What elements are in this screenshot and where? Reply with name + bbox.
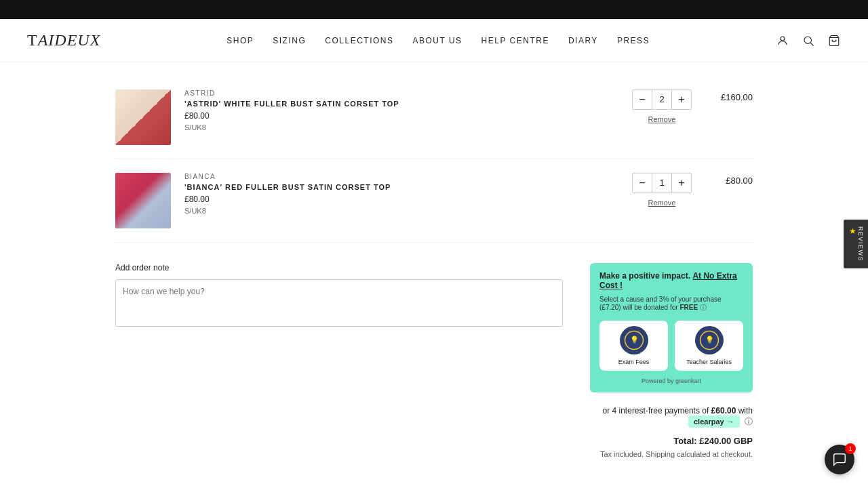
item-controls-astrid: − 2 + Remove <box>632 89 692 123</box>
clearpay-row: or 4 interest-free payments of £60.00 wi… <box>590 406 753 428</box>
account-icon[interactable] <box>776 34 789 47</box>
item-details-bianca: BIANCA 'BIANCA' RED FULLER BUST SATIN CO… <box>184 173 618 215</box>
clearpay-badge[interactable]: clearpay → <box>688 415 740 428</box>
cause-teacher-salaries[interactable]: 💡 Teacher Salaries <box>675 321 743 371</box>
clearpay-amount: £60.00 <box>711 406 736 415</box>
star-icon: ★ <box>848 226 857 259</box>
order-note-input[interactable] <box>115 279 563 327</box>
item-size-bianca: S/UK8 <box>184 207 618 215</box>
item-total-astrid: £160.00 <box>705 89 753 102</box>
chat-button[interactable]: 1 <box>825 445 854 474</box>
item-name-bianca: 'BIANCA' RED FULLER BUST SATIN CORSET TO… <box>184 183 618 191</box>
cart-item-astrid: ASTRID 'ASTRID' WHITE FULLER BUST SATIN … <box>115 76 753 159</box>
cause-icon-exam: 💡 <box>620 326 648 354</box>
order-note-section: Add order note <box>115 263 563 329</box>
remove-bianca[interactable]: Remove <box>648 199 676 207</box>
qty-decrease-astrid[interactable]: − <box>633 90 652 109</box>
nav-sizing[interactable]: SIZING <box>273 36 306 45</box>
nav-about[interactable]: ABOUT US <box>412 36 462 45</box>
cause-label-teacher: Teacher Salaries <box>686 359 732 365</box>
cart-item-bianca: BIANCA 'BIANCA' RED FULLER BUST SATIN CO… <box>115 159 753 243</box>
info-icon[interactable]: ⓘ <box>700 304 707 311</box>
total-amount: £240.00 GBP <box>699 436 753 446</box>
item-price-bianca: £80.00 <box>184 195 618 204</box>
svg-text:💡: 💡 <box>629 336 639 344</box>
header: TAIDEUX SHOP SIZING COLLECTIONS ABOUT US… <box>0 19 868 62</box>
shipping-link[interactable]: Shipping <box>646 450 675 458</box>
tax-note: Tax included. Shipping calculated at che… <box>590 450 753 458</box>
clearpay-arrow-icon: → <box>727 418 734 426</box>
svg-line-2 <box>810 43 813 45</box>
item-total-bianca: £80.00 <box>705 173 753 186</box>
qty-value-bianca: 1 <box>652 174 672 192</box>
nav-press[interactable]: PRESS <box>617 36 650 45</box>
impact-header: Make a positive impact. At No Extra Cost… <box>599 271 743 290</box>
reviews-tab-inner[interactable]: ★ REVIEWS <box>844 220 868 268</box>
item-image-bianca <box>115 173 171 228</box>
header-icons <box>776 34 841 47</box>
free-link[interactable]: FREE <box>679 304 698 311</box>
item-name-astrid: 'ASTRID' WHITE FULLER BUST SATIN CORSET … <box>184 100 618 108</box>
total-row: Total: £240.00 GBP <box>590 436 753 446</box>
svg-text:💡: 💡 <box>705 336 714 344</box>
nav-shop[interactable]: SHOP <box>226 36 254 45</box>
cause-exam-fees[interactable]: 💡 Exam Fees <box>599 321 668 371</box>
clearpay-info-icon[interactable]: ⓘ <box>745 417 753 426</box>
clearpay-label: clearpay <box>694 418 724 426</box>
summary-section: or 4 interest-free payments of £60.00 wi… <box>590 406 753 458</box>
impact-section: Make a positive impact. At No Extra Cost… <box>590 263 753 458</box>
item-brand-astrid: ASTRID <box>184 89 618 97</box>
cart-icon[interactable] <box>827 34 841 47</box>
item-price-astrid: £80.00 <box>184 111 618 121</box>
main-nav: SHOP SIZING COLLECTIONS ABOUT US HELP CE… <box>226 36 650 45</box>
chat-badge: 1 <box>845 443 856 454</box>
nav-collections[interactable]: COLLECTIONS <box>325 36 393 45</box>
item-details-astrid: ASTRID 'ASTRID' WHITE FULLER BUST SATIN … <box>184 89 618 131</box>
reviews-tab[interactable]: ★ REVIEWS <box>844 220 868 268</box>
impact-desc: Select a cause and 3% of your purchase (… <box>599 296 743 312</box>
logo[interactable]: TAIDEUX <box>27 31 100 49</box>
qty-control-bianca: − 1 + <box>632 173 692 193</box>
bottom-section: Add order note Make a positive impact. A… <box>115 263 753 458</box>
nav-help[interactable]: HELP CENTRE <box>481 36 549 45</box>
causes-list: 💡 Exam Fees 💡 Teacher Salaries <box>599 321 743 371</box>
qty-increase-astrid[interactable]: + <box>672 90 691 109</box>
order-note-label: Add order note <box>115 263 563 272</box>
reviews-label: REVIEWS <box>857 226 864 262</box>
main-content: ASTRID 'ASTRID' WHITE FULLER BUST SATIN … <box>102 62 766 485</box>
powered-by: Powered by greenkart <box>599 378 743 384</box>
item-brand-bianca: BIANCA <box>184 173 618 180</box>
qty-value-astrid: 2 <box>652 90 672 109</box>
item-controls-bianca: − 1 + Remove <box>632 173 692 207</box>
remove-astrid[interactable]: Remove <box>648 115 676 123</box>
cause-label-exam: Exam Fees <box>618 359 650 365</box>
qty-control-astrid: − 2 + <box>632 89 692 110</box>
qty-increase-bianca[interactable]: + <box>672 174 691 192</box>
svg-point-0 <box>781 37 785 41</box>
qty-decrease-bianca[interactable]: − <box>633 174 652 192</box>
top-bar <box>0 0 868 19</box>
item-size-astrid: S/UK8 <box>184 123 618 131</box>
cause-icon-teacher: 💡 <box>695 326 724 354</box>
nav-diary[interactable]: DIARY <box>568 36 598 45</box>
svg-point-1 <box>804 37 812 44</box>
search-icon[interactable] <box>802 34 815 47</box>
impact-box: Make a positive impact. At No Extra Cost… <box>590 263 753 392</box>
item-image-astrid <box>115 89 171 145</box>
